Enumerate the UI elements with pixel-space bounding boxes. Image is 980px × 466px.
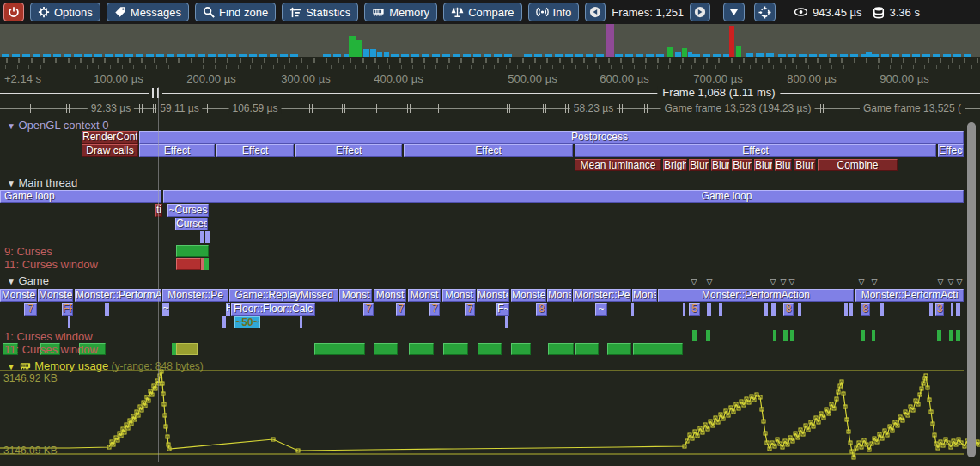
- zone-box[interactable]: Monst: [408, 289, 441, 302]
- zone-box[interactable]: [205, 231, 210, 243]
- zone-box[interactable]: ~: [162, 303, 169, 316]
- zone-box[interactable]: Monst: [339, 289, 372, 302]
- zone-box[interactable]: [300, 316, 302, 328]
- zone-box[interactable]: [783, 330, 788, 341]
- game-frame-label[interactable]: 106.59 µs: [229, 102, 282, 114]
- zone-box[interactable]: Game loop: [163, 190, 964, 203]
- collapse-button[interactable]: [723, 3, 745, 21]
- zone-box[interactable]: Monste: [38, 289, 73, 302]
- vertical-scrollbar-thumb[interactable]: [967, 122, 976, 457]
- game-frame-label[interactable]: 92.33 µs: [88, 102, 134, 114]
- collapse-triangle-icon[interactable]: ▼: [7, 277, 15, 286]
- zone-box[interactable]: Effect: [938, 144, 964, 157]
- zone-box[interactable]: ~Curses: [167, 204, 209, 217]
- zone-box[interactable]: Postprocess: [139, 131, 964, 144]
- zone-box[interactable]: Effect: [575, 144, 936, 157]
- zone-box[interactable]: [719, 303, 722, 316]
- zone-box[interactable]: Monste: [477, 289, 509, 302]
- zone-box[interactable]: [706, 330, 710, 341]
- zone-box[interactable]: 8: [536, 303, 547, 316]
- compare-button[interactable]: Compare: [443, 3, 521, 21]
- zone-box[interactable]: 8: [783, 303, 794, 316]
- zone-box[interactable]: 7: [24, 303, 37, 316]
- zone-box[interactable]: Monster::Pe: [573, 289, 631, 302]
- zone-box[interactable]: [683, 303, 685, 316]
- zone-box[interactable]: [956, 303, 960, 316]
- zone-box[interactable]: RenderCont: [82, 131, 138, 144]
- zone-box[interactable]: Combine: [818, 159, 898, 171]
- zone-box[interactable]: [222, 316, 226, 328]
- zone-box[interactable]: [844, 303, 848, 316]
- zone-box[interactable]: [548, 343, 574, 355]
- zone-box[interactable]: [790, 330, 794, 341]
- zone-box[interactable]: [409, 343, 434, 355]
- zone-box[interactable]: [201, 258, 204, 270]
- zone-box[interactable]: [68, 316, 70, 328]
- zone-box[interactable]: Curses: [175, 218, 208, 230]
- game-frame-label[interactable]: 59.11 µs: [156, 102, 202, 114]
- zone-box[interactable]: [773, 330, 776, 341]
- zone-box[interactable]: [764, 303, 768, 316]
- message-marker-icon[interactable]: ▽: [781, 278, 787, 286]
- message-marker-icon[interactable]: ▽: [938, 278, 944, 286]
- zone-box[interactable]: Game loop: [0, 190, 161, 203]
- zone-box[interactable]: Monste: [511, 289, 546, 302]
- game-frame-label[interactable]: 58.23 µs: [570, 102, 617, 114]
- zone-box[interactable]: [511, 343, 531, 355]
- zone-box[interactable]: Blur: [794, 159, 816, 171]
- message-marker-icon[interactable]: ▽: [770, 278, 776, 286]
- zone-box[interactable]: Mons: [632, 289, 657, 302]
- zone-box[interactable]: Effect: [216, 144, 294, 157]
- zone-box[interactable]: [176, 245, 209, 257]
- find-zone-button[interactable]: Find zone: [195, 3, 276, 21]
- zone-box[interactable]: Blur: [711, 159, 730, 171]
- info-button[interactable]: Info: [528, 3, 580, 21]
- statistics-button[interactable]: Statistics: [282, 3, 358, 21]
- section-header-game[interactable]: ▼ Game: [7, 274, 49, 287]
- zone-box[interactable]: [707, 303, 711, 316]
- zone-box[interactable]: 7: [363, 303, 374, 316]
- zone-box[interactable]: [771, 303, 776, 316]
- game-frames-line[interactable]: [0, 108, 980, 109]
- zone-box[interactable]: [443, 343, 468, 355]
- message-marker-icon[interactable]: ▽: [948, 278, 954, 286]
- zone-box[interactable]: Monste: [0, 289, 37, 302]
- zone-box[interactable]: Blur: [775, 159, 792, 171]
- zone-box[interactable]: [798, 303, 801, 316]
- zone-box[interactable]: [949, 330, 953, 341]
- zone-box[interactable]: Monst: [374, 289, 406, 302]
- zone-box[interactable]: [204, 258, 209, 270]
- section-header-main-thread[interactable]: ▼ Main thread: [7, 176, 77, 189]
- message-marker-icon[interactable]: ▽: [957, 278, 963, 286]
- message-marker-icon[interactable]: ▽: [691, 278, 697, 286]
- zone-box[interactable]: [692, 330, 697, 341]
- prev-frame-button[interactable]: [585, 3, 606, 21]
- message-marker-icon[interactable]: ▽: [707, 278, 713, 286]
- power-button[interactable]: [3, 3, 24, 21]
- zone-box[interactable]: [607, 343, 631, 355]
- zone-box[interactable]: [200, 231, 204, 243]
- zone-box[interactable]: [872, 330, 875, 341]
- zone-box[interactable]: [478, 343, 502, 355]
- zone-box[interactable]: Draw calls: [82, 144, 138, 157]
- zone-box[interactable]: [880, 303, 884, 316]
- zone-box[interactable]: 8: [861, 303, 870, 316]
- game-frame-label[interactable]: Game frame 13,525 (: [860, 102, 965, 114]
- game-frame-label[interactable]: Game frame 13,523 (194.23 µs): [661, 102, 815, 114]
- zone-box[interactable]: [105, 303, 109, 316]
- zone-box[interactable]: 3: [935, 303, 944, 316]
- zone-box[interactable]: [937, 330, 941, 341]
- frame-band-line[interactable]: [0, 93, 980, 94]
- collapse-triangle-icon[interactable]: ▼: [7, 179, 15, 188]
- zone-box[interactable]: Blur: [689, 159, 709, 171]
- memory-button[interactable]: Memory: [364, 3, 437, 21]
- zone-box[interactable]: Effect: [295, 144, 402, 157]
- zone-box[interactable]: Mons: [547, 289, 572, 302]
- zone-box[interactable]: [176, 258, 201, 270]
- collapse-triangle-icon[interactable]: ▼: [7, 121, 15, 131]
- zone-box[interactable]: Floor::Floor::Calc: [231, 303, 315, 316]
- zone-box[interactable]: Game::ReplayMissed: [229, 289, 338, 302]
- message-marker-icon[interactable]: ▽: [789, 278, 795, 286]
- zone-box[interactable]: F~: [496, 303, 509, 316]
- zone-box[interactable]: ~: [595, 303, 607, 316]
